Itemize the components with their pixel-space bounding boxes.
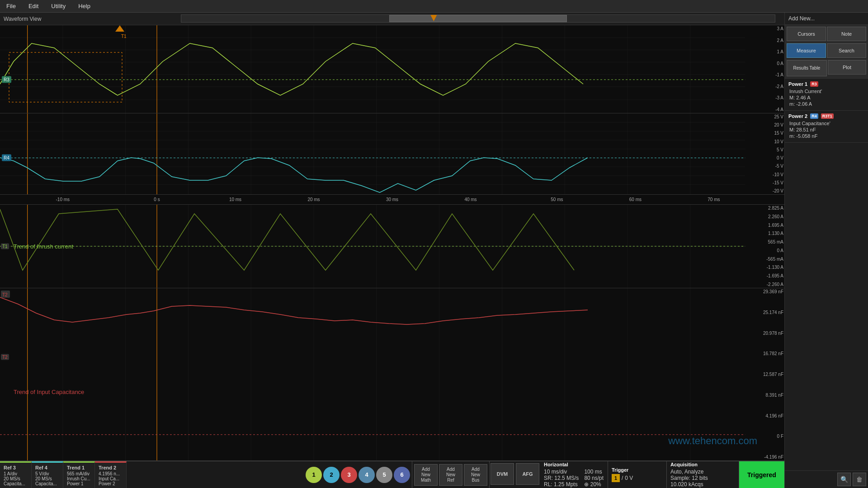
trigger-section: Trigger 1 / 0 V [608, 461, 667, 488]
measure-button[interactable]: Measure [787, 43, 826, 58]
y-axis-top: 3 A 2 A 1 A 0 A -1 A -2 A -3 A -4 A [760, 25, 784, 113]
power1-measurement: Inrush Current' M: 2.46 A m: -2.06 A [789, 89, 864, 107]
tab-ref4-title: Ref 4 [35, 465, 59, 470]
menu-utility[interactable]: Utility [48, 2, 68, 10]
add-ref-button[interactable]: Add New Ref [439, 464, 462, 486]
r4-label[interactable]: R4 [2, 155, 11, 161]
waveform-trend2: T2 [0, 288, 784, 460]
time-label-0: 0 s [154, 197, 160, 202]
zoom-icon-button[interactable]: 🔍 [837, 473, 851, 486]
time-label-40: 40 ms [464, 197, 476, 202]
power2-m-value: m: -5.058 nF [789, 133, 864, 139]
acquisition-mode: Auto, Analyze [670, 469, 735, 475]
power2-badge2: R3T1 [821, 113, 834, 119]
tab-ref3[interactable]: Ref 3 1 A/div 20 MS/s Capacita... [0, 461, 32, 488]
right-bottom: 🔍 🗑 [785, 470, 868, 488]
svg-marker-21 [115, 25, 124, 32]
y-axis-middle: 25 V 20 V 15 V 10 V 5 V 0 V -5 V -10 V -… [760, 113, 784, 194]
t2-indicator: T2 [1, 354, 9, 360]
search-button[interactable]: Search [827, 43, 866, 58]
channel-5-button[interactable]: 5 [376, 467, 392, 483]
time-axis: -10 ms 0 s 10 ms 20 ms 30 ms 40 ms 50 ms… [0, 195, 784, 205]
menu-help[interactable]: Help [75, 2, 93, 10]
horizontal-title: Horizontal [544, 462, 604, 467]
right-toolbar-row3: Results Table Plot [785, 60, 868, 79]
dvm-button[interactable]: DVM [491, 463, 514, 485]
trend2-label: Trend of Input Capacitance [14, 388, 84, 395]
tab-trend1-title: Trend 1 [67, 465, 91, 470]
svg-rect-19 [9, 52, 122, 102]
panel-middle: R4 25 V 20 V 15 V 10 V 5 V 0 V -5 V -10 … [0, 113, 784, 195]
tab-trend2-line2: Input Ca... [99, 476, 123, 481]
h-line3: RL: 1.25 Mpts [544, 481, 579, 488]
time-label-60: 60 ms [629, 197, 642, 202]
add-math-button[interactable]: Add New Math [414, 464, 438, 486]
waveform-title: Waveform View [4, 16, 41, 22]
menu-edit[interactable]: Edit [26, 2, 41, 10]
tab-trend1-line3: Power 1 [67, 481, 91, 486]
power1-section: Power 1 R3 Inrush Current' M: 2.46 A m: … [785, 79, 868, 111]
trigger-level: 0 V [625, 475, 633, 481]
plot-button[interactable]: Plot [828, 60, 866, 75]
afg-button[interactable]: AFG [516, 463, 539, 485]
tab-ref3-line2: 20 MS/s [4, 476, 28, 481]
right-toolbar-row1: Cursors Note [785, 25, 868, 43]
triggered-button[interactable]: Triggered [739, 461, 784, 488]
power1-m-value: m: -2.06 A [789, 101, 864, 107]
panel-trend2: T2 T2 Trend of Input Capacitance 29.369 … [0, 288, 784, 461]
channel-1-button[interactable]: 1 [306, 467, 322, 483]
svg-text:T1: T1 [121, 34, 127, 39]
trash-icon-button[interactable]: 🗑 [853, 473, 866, 486]
svg-text:T2: T2 [2, 292, 8, 297]
tab-trend1[interactable]: Trend 1 565 mA/div Inrush Cu... Power 1 [63, 461, 95, 488]
channel-6-button[interactable]: 6 [394, 467, 410, 483]
tab-ref3-line1: 1 A/div [4, 471, 28, 476]
tab-ref3-line3: Capacita... [4, 481, 28, 486]
channel-3-button[interactable]: 3 [341, 467, 357, 483]
tab-ref4-line1: 5 V/div [35, 471, 59, 476]
power2-section: Power 2 R4 R3T1 Input Capacitance' M: 28… [785, 111, 868, 143]
power1-title: Power 1 R3 [788, 81, 864, 87]
add-bus-button[interactable]: Add New Bus [464, 464, 487, 486]
waveform-header: Waveform View [0, 13, 784, 25]
tab-trend2-line3: Power 2 [99, 481, 123, 486]
power1-measure-label: Inrush Current' [789, 89, 864, 94]
menu-file[interactable]: File [4, 2, 19, 10]
tab-trend1-line2: Inrush Cu... [67, 476, 91, 481]
tab-ref4[interactable]: Ref 4 5 V/div 20 MS/s Capacita... [32, 461, 63, 488]
time-label-20: 20 ms [307, 197, 320, 202]
grid-middle [0, 113, 784, 194]
grid-top: T1 [0, 25, 784, 113]
y-axis-trend1: 2.825 A 2.260 A 1.695 A 1.130 A 565 mA 0… [760, 205, 784, 288]
r3-label[interactable]: R3 [2, 76, 11, 83]
trigger-slope-icon: / [622, 475, 623, 481]
acquisition-acqs: 10.020 kAcqs [670, 481, 735, 488]
bottom-spacer [127, 461, 304, 488]
power2-measurement: Input Capacitance' M: 28.51 nF m: -5.058… [789, 121, 864, 139]
tab-ref4-line2: 20 MS/s [35, 476, 59, 481]
h-line1: 10 ms/div [544, 469, 579, 475]
time-label-70: 70 ms [708, 197, 720, 202]
zoom-in-icon: 🔍 [840, 476, 848, 483]
bottom-bar: Ref 3 1 A/div 20 MS/s Capacita... Ref 4 … [0, 461, 784, 488]
add-new-label: Add New... [785, 13, 868, 25]
results-table-button[interactable]: Results Table [787, 60, 827, 76]
add-buttons: Add New Math Add New Ref Add New Bus [412, 461, 490, 488]
tab-trend2[interactable]: Trend 2 4.1956 n... Input Ca... Power 2 [95, 461, 127, 488]
h-col2-line1: 100 ms [584, 469, 604, 475]
watermark: www.tehencom.com [668, 435, 757, 447]
cursors-button[interactable]: Cursors [787, 27, 826, 41]
channel-2-button[interactable]: 2 [323, 467, 340, 483]
panel-top: T1 R3 3 A 2 A 1 A 0 A -1 A -2 A -3 A -4 … [0, 25, 784, 113]
time-label-10: 10 ms [229, 197, 241, 202]
timeline-scrollbar[interactable] [181, 14, 775, 23]
time-label-50: 50 ms [551, 197, 563, 202]
y-axis-trend2: 29.369 nF 25.174 nF 20.978 nF 16.782 nF … [760, 288, 784, 460]
trash-icon: 🗑 [856, 476, 863, 483]
tab-trend2-line1: 4.1956 n... [99, 471, 123, 476]
channel-4-button[interactable]: 4 [359, 467, 375, 483]
note-button[interactable]: Note [827, 27, 866, 41]
trend1-label: Trend of Inrush current [14, 243, 73, 250]
timeline-handle[interactable] [389, 15, 567, 22]
time-label-minus10: -10 ms [56, 197, 70, 202]
